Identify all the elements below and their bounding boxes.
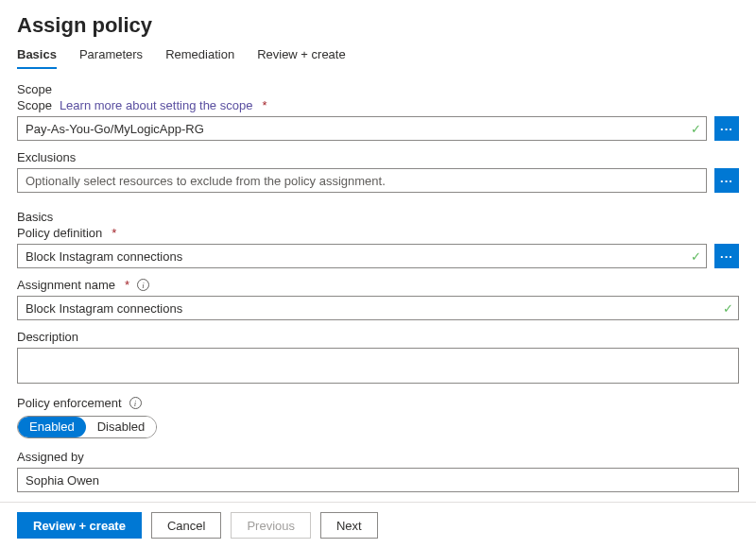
policy-enforcement-disabled[interactable]: Disabled bbox=[86, 417, 157, 437]
ellipsis-icon: ... bbox=[720, 120, 733, 132]
tab-basics[interactable]: Basics bbox=[17, 43, 57, 69]
tabs: Basics Parameters Remediation Review + c… bbox=[17, 43, 739, 69]
description-label: Description bbox=[17, 330, 78, 344]
policy-definition-input[interactable] bbox=[17, 244, 707, 268]
exclusions-picker-button[interactable]: ... bbox=[714, 168, 739, 193]
footer: Review + create Cancel Previous Next bbox=[0, 502, 756, 548]
scope-section-title: Scope bbox=[17, 82, 739, 96]
policy-definition-required-icon: * bbox=[112, 226, 116, 240]
policy-enforcement-label: Policy enforcement bbox=[17, 396, 122, 410]
assigned-by-input[interactable] bbox=[17, 468, 739, 492]
exclusions-label: Exclusions bbox=[17, 150, 76, 164]
policy-enforcement-toggle[interactable]: Enabled Disabled bbox=[17, 416, 157, 438]
tab-review-create[interactable]: Review + create bbox=[257, 43, 346, 69]
scope-learn-more-link[interactable]: Learn more about setting the scope bbox=[60, 98, 253, 112]
previous-button: Previous bbox=[231, 512, 311, 539]
assignment-name-input[interactable] bbox=[17, 296, 739, 320]
next-button[interactable]: Next bbox=[320, 512, 378, 539]
policy-enforcement-enabled[interactable]: Enabled bbox=[18, 417, 86, 437]
cancel-button[interactable]: Cancel bbox=[151, 512, 221, 539]
info-icon[interactable]: i bbox=[129, 397, 142, 409]
info-icon[interactable]: i bbox=[137, 279, 149, 291]
scope-picker-button[interactable]: ... bbox=[714, 116, 739, 141]
scope-input[interactable] bbox=[17, 116, 707, 141]
scope-label: Scope bbox=[17, 98, 52, 112]
policy-definition-picker-button[interactable]: ... bbox=[714, 244, 739, 268]
basics-section-title: Basics bbox=[17, 210, 739, 224]
exclusions-input[interactable] bbox=[17, 168, 707, 193]
assignment-name-required-icon: * bbox=[125, 278, 129, 292]
description-input[interactable] bbox=[17, 348, 739, 384]
tab-parameters[interactable]: Parameters bbox=[79, 43, 143, 69]
policy-definition-label: Policy definition bbox=[17, 226, 102, 240]
ellipsis-icon: ... bbox=[720, 248, 733, 260]
assignment-name-label: Assignment name bbox=[17, 278, 115, 292]
tab-remediation[interactable]: Remediation bbox=[165, 43, 234, 69]
scope-required-icon: * bbox=[262, 98, 266, 112]
ellipsis-icon: ... bbox=[720, 172, 733, 184]
assigned-by-label: Assigned by bbox=[17, 450, 84, 464]
review-create-button[interactable]: Review + create bbox=[17, 512, 142, 539]
page-title: Assign policy bbox=[17, 13, 739, 38]
